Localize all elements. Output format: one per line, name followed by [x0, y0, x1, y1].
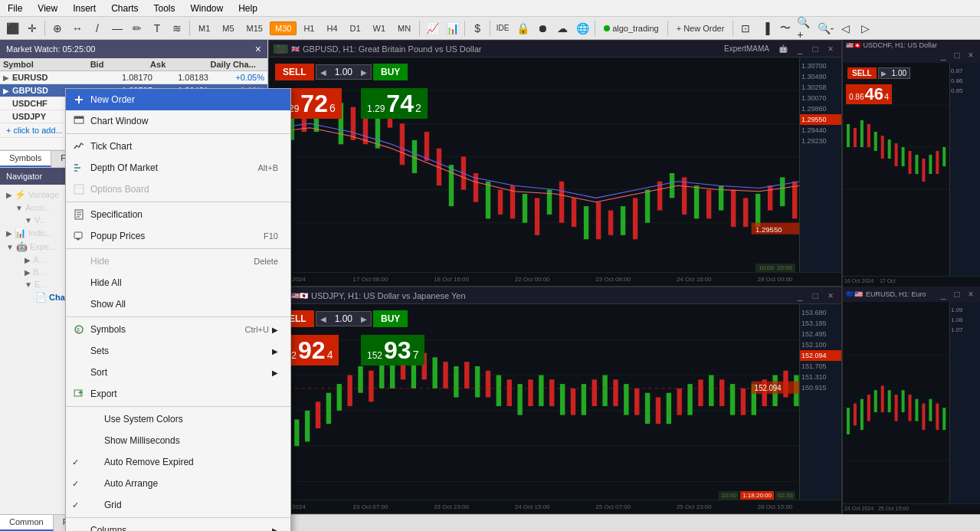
- chart-usdjpy-close[interactable]: ×: [824, 290, 837, 302]
- ctx-grid[interactable]: ✓ Grid: [66, 494, 290, 516]
- mw-header-ask[interactable]: Ask: [147, 58, 207, 70]
- tf-m15[interactable]: M15: [241, 21, 268, 35]
- mini-usdchf-close[interactable]: ×: [965, 49, 977, 61]
- toolbar-scroll-right[interactable]: ▷: [856, 19, 874, 38]
- ctx-hide-all[interactable]: Hide All: [66, 272, 290, 293]
- ctx-auto-remove-check: ✓: [72, 457, 83, 467]
- toolbar-indicators[interactable]: 📊: [443, 19, 461, 38]
- toolbar-btn-1[interactable]: ⬛: [3, 19, 21, 38]
- mw-header-bid[interactable]: Bid: [87, 58, 147, 70]
- toolbar-zoom-in[interactable]: 🔍+: [796, 19, 814, 38]
- ctx-system-colors[interactable]: Use System Colors: [66, 408, 290, 430]
- tf-m30[interactable]: M30: [270, 21, 297, 35]
- ctx-symbols[interactable]: $ Symbols Ctrl+U ▶: [66, 319, 290, 340]
- mw-row-eurusd[interactable]: ▶ EURUSD 1.08170 1.08183 +0.05%: [0, 71, 267, 84]
- toolbar-btn-hline[interactable]: —: [108, 19, 126, 38]
- mini-usdchf-minimize[interactable]: _: [937, 49, 949, 61]
- mw-tab-symbols[interactable]: Symbols: [0, 151, 51, 167]
- tf-m5[interactable]: M5: [217, 21, 239, 35]
- toolbar-web[interactable]: 🌐: [573, 19, 592, 38]
- svg-text:1.29550: 1.29550: [755, 225, 782, 234]
- ctx-tick-chart[interactable]: Tick Chart: [66, 136, 290, 157]
- mini-eurusd-maximize[interactable]: □: [951, 288, 963, 300]
- ctx-sort[interactable]: Sort ▶: [66, 362, 290, 383]
- toolbar-cloud[interactable]: ☁: [553, 19, 572, 38]
- tf-h1[interactable]: H1: [298, 21, 320, 35]
- tf-w1[interactable]: W1: [368, 21, 392, 35]
- tf-d1[interactable]: D1: [345, 21, 366, 35]
- menu-view[interactable]: View: [30, 2, 65, 15]
- chart-usdjpy-qty-down[interactable]: ◀: [316, 313, 330, 325]
- chart-gbpusd-buy-btn[interactable]: BUY: [373, 64, 408, 80]
- chart-gbpusd-sell-btn[interactable]: SELL: [275, 64, 314, 80]
- ctx-new-order[interactable]: New Order: [66, 89, 290, 110]
- chart-gbpusd-qty-up[interactable]: ▶: [357, 67, 371, 78]
- ctx-popup-prices[interactable]: Popup Prices F10: [66, 225, 290, 247]
- toolbar-btn-fib[interactable]: ≋: [168, 19, 186, 38]
- ctx-auto-remove[interactable]: ✓ Auto Remove Expired: [66, 451, 290, 473]
- nav-tab-common[interactable]: Common: [0, 515, 54, 531]
- toolbar-scroll-left[interactable]: ◁: [836, 19, 854, 38]
- ctx-columns[interactable]: Columns ▶: [66, 520, 290, 531]
- chart-usdjpy-body[interactable]: SELL ◀ 1.00 ▶ BUY 152 92 4: [269, 304, 841, 500]
- mini-eurusd-body[interactable]: 1.09 1.08 1.07 24 Oct 2024 25 Oct 15:00: [843, 302, 980, 514]
- chart-usdjpy-maximize[interactable]: □: [809, 290, 821, 302]
- chart-gbpusd-minimize[interactable]: _: [794, 43, 806, 55]
- chart-gbpusd-maximize[interactable]: □: [809, 43, 821, 55]
- toolbar-btn-line[interactable]: /: [88, 19, 107, 38]
- toolbar-zoom-fit[interactable]: ⊡: [736, 19, 755, 38]
- mini-usdchf-maximize[interactable]: □: [951, 49, 963, 61]
- price-level-2: 1.30490: [800, 71, 841, 82]
- ctx-chart-window[interactable]: Chart Window: [66, 110, 290, 132]
- svg-rect-146: [867, 395, 870, 421]
- toolbar-btn-text[interactable]: T: [148, 19, 166, 38]
- toolbar-zoom-bar[interactable]: ▐: [756, 19, 775, 38]
- mini-usdchf-body[interactable]: SELL ▶ 1.00 0.86 46 4: [843, 63, 980, 287]
- toolbar-zoom-out[interactable]: 🔍-: [816, 19, 834, 38]
- new-order-btn[interactable]: + New Order: [671, 21, 730, 35]
- ctx-depth-of-market[interactable]: Depth Of Market Alt+B: [66, 157, 290, 179]
- toolbar-btn-crosshair[interactable]: ⊕: [48, 19, 67, 38]
- chart-gbpusd-body[interactable]: SELL ◀ 1.00 ▶ BUY 1.29 72 6: [269, 57, 841, 272]
- toolbar-ide[interactable]: IDE: [493, 19, 512, 38]
- algo-trading-btn[interactable]: algo_trading: [598, 21, 664, 35]
- mini-usdchf-sell[interactable]: SELL: [847, 67, 877, 79]
- ctx-show-all[interactable]: Show All: [66, 293, 290, 315]
- toolbar-trend[interactable]: 〜: [776, 19, 795, 38]
- toolbar-btn-2[interactable]: ✛: [23, 19, 41, 38]
- ctx-specification[interactable]: Specification: [66, 204, 290, 225]
- menu-insert[interactable]: Insert: [65, 2, 103, 15]
- ctx-show-ms[interactable]: Show Milliseconds: [66, 430, 290, 451]
- tf-h4[interactable]: H4: [321, 21, 343, 35]
- mw-bid-eurusd: 1.08170: [97, 73, 152, 82]
- menu-window[interactable]: Window: [183, 2, 231, 15]
- menu-help[interactable]: Help: [231, 2, 265, 15]
- toolbar-btn-pen[interactable]: ✏: [128, 19, 146, 38]
- menu-tools[interactable]: Tools: [146, 2, 183, 15]
- toolbar-btn-arrow[interactable]: ↔: [68, 19, 87, 38]
- chart-usdjpy-buy-btn[interactable]: BUY: [373, 310, 408, 327]
- mw-header-symbol[interactable]: Symbol: [0, 58, 87, 70]
- chart-usdjpy-qty-up[interactable]: ▶: [357, 313, 371, 325]
- mini-eurusd-close[interactable]: ×: [965, 288, 977, 300]
- ctx-sets[interactable]: Sets ▶: [66, 340, 290, 362]
- toolbar-chart-type[interactable]: 📈: [423, 19, 441, 38]
- toolbar-lock[interactable]: 🔒: [513, 19, 532, 38]
- mini-eurusd-minimize[interactable]: _: [937, 288, 949, 300]
- toolbar-dollar[interactable]: $: [468, 19, 487, 38]
- chart-gbpusd-qty-down[interactable]: ◀: [316, 67, 330, 78]
- mini-usdchf-flag: 🇺🇸🇨🇭: [846, 42, 861, 49]
- svg-text:152.094: 152.094: [755, 384, 782, 392]
- ctx-auto-arrange[interactable]: ✓ Auto Arrange: [66, 473, 290, 494]
- tf-mn[interactable]: MN: [392, 21, 416, 35]
- toolbar-rec[interactable]: ⏺: [533, 19, 552, 38]
- chart-gbpusd-close[interactable]: ×: [824, 43, 837, 55]
- market-watch-close[interactable]: ×: [255, 43, 261, 55]
- menu-charts[interactable]: Charts: [103, 2, 146, 15]
- tf-m1[interactable]: M1: [193, 21, 215, 35]
- menu-file[interactable]: File: [0, 2, 30, 15]
- mw-header-change[interactable]: Daily Cha...: [208, 58, 267, 70]
- ctx-export[interactable]: Export: [66, 383, 290, 405]
- chart-usdjpy-minimize[interactable]: _: [794, 290, 806, 302]
- mini-usdchf-qty-arrow[interactable]: ▶: [879, 69, 889, 78]
